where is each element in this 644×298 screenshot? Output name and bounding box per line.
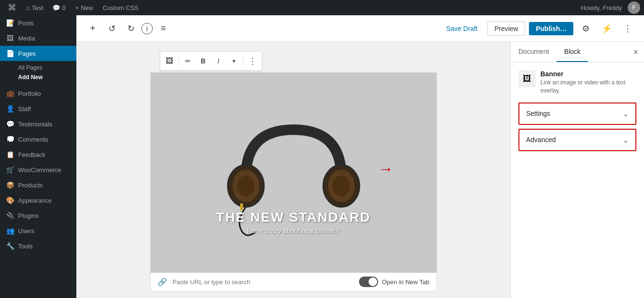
banner-title: THE NEW STANDARD [150, 210, 437, 225]
pages-submenu: All Pages Add New [0, 61, 76, 86]
banner-block[interactable]: THE NEW STANDARD We're crazy about headp… [150, 72, 437, 273]
portfolio-icon: 💼 [6, 90, 14, 97]
banner-image [150, 72, 437, 273]
sidebar-item-posts[interactable]: 📝 Posts [0, 15, 76, 31]
url-toggle-area: Open in New Tab [359, 277, 430, 287]
appearance-icon: 🎨 [6, 196, 14, 204]
admin-bar-right: Howdy, Freddy F [577, 1, 640, 14]
right-panel: Document Block × 🖼 Banner Link an image … [510, 42, 644, 298]
block-bold-button[interactable]: B [196, 54, 211, 68]
panel-block-name: Banner [540, 70, 636, 78]
preview-button[interactable]: Preview [487, 21, 526, 36]
undo-button[interactable]: ↺ [103, 20, 120, 37]
sidebar-item-plugins[interactable]: 🔌 Plugins [0, 208, 76, 223]
advanced-label: Advanced [526, 136, 556, 144]
toolbar-separator-2 [243, 56, 243, 66]
tab-block[interactable]: Block [557, 42, 588, 62]
settings-label: Settings [526, 110, 550, 117]
link-icon: 🔗 [158, 277, 167, 287]
settings-button[interactable]: ⚙ [577, 20, 594, 37]
comment-icon: 💬 [53, 4, 60, 11]
sidebar-item-woocommerce[interactable]: 🛒 WooCommerce [0, 162, 76, 177]
panel-block-desc: Link an image or video with a text overl… [540, 79, 636, 95]
sidebar-item-tools[interactable]: 🔧 Tools [0, 238, 76, 254]
pages-icon: 📄 [6, 50, 14, 57]
sidebar-item-portfolio[interactable]: 💼 Portfolio [0, 86, 76, 101]
banner-subtitle: We're crazy about headphones! [150, 227, 437, 235]
list-view-button[interactable]: ≡ [155, 20, 172, 37]
settings-accordion: Settings ⌄ [518, 103, 636, 125]
advanced-accordion-header[interactable]: Advanced ⌄ [519, 130, 635, 150]
plugins-icon: 🔌 [6, 212, 14, 219]
lightning-button[interactable]: ⚡ [598, 20, 615, 37]
sidebar-item-comments[interactable]: 💭 Comments [0, 132, 76, 147]
panel-block-details: Banner Link an image or video with a tex… [540, 70, 636, 95]
panel-block-icon: 🖼 [518, 70, 536, 87]
new-tab-toggle[interactable] [359, 277, 378, 287]
sidebar-item-testimonials[interactable]: 💬 Testimonials [0, 116, 76, 132]
editor-toolbar: + ↺ ↻ i ≡ Save Draft Preview Publish… ⚙ … [76, 15, 644, 42]
url-input[interactable] [173, 278, 354, 286]
banner-icon: 🖼 [523, 74, 531, 84]
block-image-button[interactable]: 🖼 [162, 54, 177, 68]
comments-link[interactable]: 💬 0 [49, 0, 69, 15]
info-button[interactable]: i [141, 23, 153, 34]
panel-block-info: 🖼 Banner Link an image or video with a t… [518, 70, 636, 95]
settings-chevron-icon: ⌄ [623, 109, 629, 118]
home-icon: ⌂ [26, 4, 30, 11]
publish-button[interactable]: Publish… [529, 22, 573, 35]
more-options-button[interactable]: ⋮ [619, 20, 636, 37]
svg-point-2 [237, 175, 254, 196]
canvas-scroll-area[interactable]: → → 🖼 ✏ B I ▾ ⋮ [76, 42, 510, 298]
comments-icon: 💭 [6, 135, 14, 143]
block-more-button[interactable]: ⋮ [245, 54, 260, 68]
sidebar-add-new[interactable]: Add New [18, 72, 76, 82]
add-block-button[interactable]: + [84, 20, 101, 37]
staff-icon: 👤 [6, 105, 14, 113]
sidebar-all-pages[interactable]: All Pages [18, 63, 76, 72]
toolbar-left: + ↺ ↻ i ≡ [84, 20, 172, 37]
tools-icon: 🔧 [6, 242, 14, 250]
block-toolbar: 🖼 ✏ B I ▾ ⋮ [160, 51, 262, 71]
sidebar-item-products[interactable]: 📦 Products [0, 177, 76, 193]
plus-icon: + [75, 4, 79, 11]
advanced-accordion: Advanced ⌄ [518, 129, 636, 151]
sidebar-item-pages[interactable]: 📄 Pages [0, 46, 76, 61]
new-content[interactable]: + New [72, 0, 97, 15]
svg-point-5 [333, 175, 350, 196]
block-italic-dropdown[interactable]: ▾ [227, 54, 241, 68]
howdy-text: Howdy, Freddy [577, 4, 626, 11]
testimonials-icon: 💬 [6, 120, 14, 128]
main-layout: 📝 Posts 🖼 Media 📄 Pages All Pages Add Ne… [0, 15, 644, 298]
new-tab-label: Open in New Tab [382, 278, 430, 286]
toolbar-separator [179, 56, 179, 66]
block-edit-button[interactable]: ✏ [181, 54, 195, 68]
banner-text-overlay: THE NEW STANDARD We're crazy about headp… [150, 210, 437, 235]
block-italic-button[interactable]: I [211, 54, 226, 68]
custom-css[interactable]: Custom CSS [99, 0, 142, 15]
wp-logo[interactable]: ⌘ [4, 0, 20, 15]
sidebar-item-feedback[interactable]: 📋 Feedback [0, 147, 76, 162]
products-icon: 📦 [6, 181, 14, 189]
save-draft-button[interactable]: Save Draft [441, 22, 484, 35]
panel-content: 🖼 Banner Link an image or video with a t… [511, 62, 644, 163]
toolbar-right: Save Draft Preview Publish… ⚙ ⚡ ⋮ [441, 20, 637, 37]
site-name[interactable]: ⌂ Test [22, 0, 47, 15]
sidebar-item-users[interactable]: 👥 Users [0, 223, 76, 238]
editor-area: + ↺ ↻ i ≡ Save Draft Preview Publish… ⚙ … [76, 15, 644, 298]
admin-bar: ⌘ ⌂ Test 💬 0 + New Custom CSS Howdy, Fre… [0, 0, 644, 15]
tab-document[interactable]: Document [511, 42, 557, 62]
feedback-icon: 📋 [6, 151, 14, 158]
url-bar: 🔗 Open in New Tab [150, 273, 437, 291]
sidebar-item-appearance[interactable]: 🎨 Appearance [0, 193, 76, 208]
settings-accordion-header[interactable]: Settings ⌄ [519, 103, 635, 124]
sidebar-item-staff[interactable]: 👤 Staff [0, 101, 76, 116]
toggle-knob [369, 277, 377, 286]
sidebar-item-media[interactable]: 🖼 Media [0, 31, 76, 46]
panel-close-button[interactable]: × [627, 43, 644, 61]
users-icon: 👥 [6, 227, 14, 235]
wp-logo-icon: ⌘ [8, 2, 16, 13]
posts-icon: 📝 [6, 19, 14, 27]
redo-button[interactable]: ↻ [122, 20, 139, 37]
avatar[interactable]: F [628, 1, 640, 14]
